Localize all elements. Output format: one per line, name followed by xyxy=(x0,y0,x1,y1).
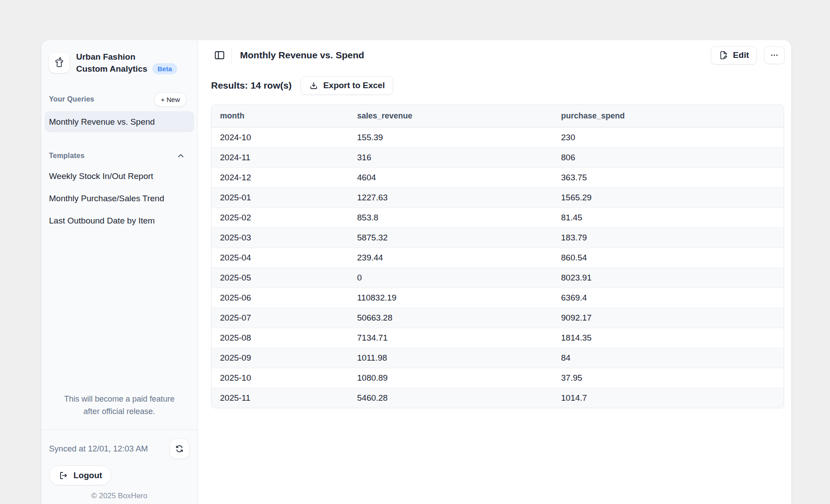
table-row: 2025-101080.8937.95 xyxy=(212,368,784,388)
table-cell: 7134.71 xyxy=(349,328,553,348)
results-row: Results: 14 row(s) Export to Excel xyxy=(211,76,785,95)
table-cell: 5875.32 xyxy=(349,228,553,248)
table-row: 2025-0750663.289092.17 xyxy=(212,308,784,328)
table-cell: 1814.35 xyxy=(553,328,784,348)
tshirt-icon xyxy=(53,56,66,69)
paid-feature-note-line1: This will become a paid feature xyxy=(48,393,191,405)
table-row: 2025-04239.44860.54 xyxy=(212,248,784,268)
table-cell: 2024-10 xyxy=(212,127,349,147)
table-cell: 860.54 xyxy=(553,248,784,268)
panel-left-icon xyxy=(214,50,225,61)
more-options-button[interactable] xyxy=(764,46,785,64)
new-query-button[interactable]: + New xyxy=(154,92,187,107)
export-to-excel-button[interactable]: Export to Excel xyxy=(301,76,393,95)
queries-section-header: Your Queries + New xyxy=(41,92,197,107)
table-cell: 6369.4 xyxy=(553,288,784,308)
workspace-name: Urban Fashion Custom Analytics Beta xyxy=(76,51,177,75)
sidebar-item-query[interactable]: Monthly Revenue vs. Spend xyxy=(45,111,194,132)
table-row: 2024-11316806 xyxy=(212,147,784,167)
main-header: Monthly Revenue vs. Spend Edit xyxy=(211,45,785,65)
table-cell: 183.79 xyxy=(553,228,784,248)
queries-section-label: Your Queries xyxy=(49,95,94,103)
sidebar-item-template[interactable]: Weekly Stock In/Out Report xyxy=(45,165,194,187)
sidebar-item-template[interactable]: Last Outbound Date by Item xyxy=(45,210,194,232)
table-cell: 239.44 xyxy=(349,248,553,268)
export-button-label: Export to Excel xyxy=(323,81,385,90)
table-cell: 110832.19 xyxy=(349,288,553,308)
table-cell: 37.95 xyxy=(553,368,784,388)
table-row: 2025-011227.631565.29 xyxy=(212,187,784,207)
main-content: Monthly Revenue vs. Spend Edit Results: … xyxy=(198,40,791,504)
table-cell: 2025-08 xyxy=(212,328,349,348)
table-cell: 2025-04 xyxy=(212,248,349,268)
table-cell: 2025-05 xyxy=(212,268,349,288)
table-cell: 81.45 xyxy=(553,208,784,228)
table-cell: 1565.29 xyxy=(553,188,784,207)
synced-timestamp: Synced at 12/01, 12:03 AM xyxy=(49,444,148,454)
logout-icon xyxy=(58,471,68,480)
column-header-month: month xyxy=(212,105,349,127)
column-header-purchase-spend: purchase_spend xyxy=(553,105,784,127)
sidebar-toggle-button[interactable] xyxy=(211,47,228,64)
table-row: 2025-115460.281014.7 xyxy=(212,388,784,408)
table-cell: 316 xyxy=(349,148,553,167)
workspace-logo xyxy=(49,53,69,73)
ellipsis-icon xyxy=(770,51,779,60)
table-row: 2024-10155.39230 xyxy=(212,127,784,147)
edit-document-icon xyxy=(719,50,728,60)
table-body: 2024-10155.392302024-113168062024-124604… xyxy=(212,127,784,408)
table-cell: 8023.91 xyxy=(553,268,784,288)
edit-button[interactable]: Edit xyxy=(711,46,757,65)
chevron-up-icon xyxy=(176,151,186,161)
app-window: Urban Fashion Custom Analytics Beta Your… xyxy=(41,40,791,504)
logout-button[interactable]: Logout xyxy=(49,465,111,485)
edit-button-label: Edit xyxy=(733,50,749,60)
table-cell: 1014.7 xyxy=(553,388,784,408)
table-cell: 155.39 xyxy=(349,127,553,147)
table-header-row: month sales_revenue purchase_spend xyxy=(212,105,784,127)
table-cell: 50663.28 xyxy=(349,308,553,328)
table-cell: 2024-11 xyxy=(212,148,349,167)
table-cell: 5460.28 xyxy=(349,388,553,408)
table-cell: 2025-07 xyxy=(212,308,349,328)
table-cell: 1227.63 xyxy=(349,188,553,207)
table-cell: 2025-09 xyxy=(212,348,349,368)
refresh-icon xyxy=(175,444,184,454)
templates-list: Weekly Stock In/Out ReportMonthly Purcha… xyxy=(41,165,197,232)
table-row: 2025-091011.9884 xyxy=(212,348,784,368)
header-divider xyxy=(232,47,232,63)
workspace-header: Urban Fashion Custom Analytics Beta xyxy=(41,51,197,75)
results-count: Results: 14 row(s) xyxy=(211,80,292,91)
sidebar-item-template[interactable]: Monthly Purchase/Sales Trend xyxy=(45,187,194,210)
table-cell: 363.75 xyxy=(553,168,784,187)
sidebar-footer: This will become a paid feature after of… xyxy=(41,393,197,500)
table-cell: 1011.98 xyxy=(349,348,553,368)
table-cell: 2025-11 xyxy=(212,388,349,408)
table-row: 2025-087134.711814.35 xyxy=(212,328,784,348)
workspace-name-line1: Urban Fashion xyxy=(76,51,177,63)
templates-section-label: Templates xyxy=(49,152,85,160)
paid-feature-note-line2: after official release. xyxy=(48,405,191,418)
templates-collapse-toggle[interactable] xyxy=(175,150,187,162)
sidebar-divider xyxy=(41,429,197,430)
table-cell: 2024-12 xyxy=(212,168,349,187)
table-cell: 806 xyxy=(553,148,784,167)
table-cell: 1080.89 xyxy=(349,368,553,388)
column-header-sales-revenue: sales_revenue xyxy=(349,105,553,127)
paid-feature-note: This will become a paid feature after of… xyxy=(41,393,197,418)
page-title: Monthly Revenue vs. Spend xyxy=(240,50,364,61)
table-cell: 230 xyxy=(553,127,784,147)
beta-badge: Beta xyxy=(152,63,178,74)
table-cell: 853.8 xyxy=(349,208,553,228)
download-icon xyxy=(309,81,318,90)
table-row: 2024-124604363.75 xyxy=(212,167,784,187)
logout-label: Logout xyxy=(73,471,102,480)
results-table: month sales_revenue purchase_spend 2024-… xyxy=(211,105,784,408)
table-cell: 9092.17 xyxy=(553,308,784,328)
table-cell: 2025-01 xyxy=(212,188,349,207)
table-cell: 4604 xyxy=(349,168,553,187)
table-cell: 2025-02 xyxy=(212,208,349,228)
table-cell: 2025-03 xyxy=(212,228,349,248)
table-cell: 2025-10 xyxy=(212,368,349,388)
refresh-button[interactable] xyxy=(169,439,190,459)
